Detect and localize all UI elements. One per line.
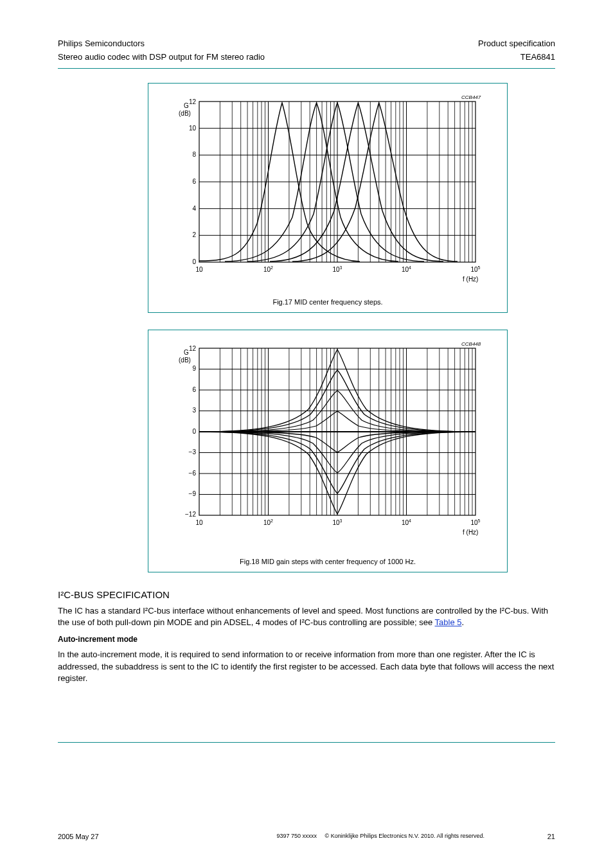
svg-text:3: 3	[192, 407, 196, 414]
svg-text:105: 105	[470, 518, 480, 526]
doc-type: Product specification	[478, 39, 555, 48]
svg-text:(dB): (dB)	[179, 357, 191, 364]
svg-text:10: 10	[189, 125, 197, 132]
figure-17: 0 2 4 6 8 10 12 10 102 103 104 105 G (	[148, 83, 508, 313]
svg-text:2: 2	[192, 231, 196, 238]
figure-17-caption: Fig.17 MID center frequency steps.	[155, 298, 501, 306]
svg-text:6: 6	[192, 386, 196, 393]
product-description: Stereo audio codec with DSP output for F…	[58, 52, 265, 62]
paragraph-2: In the auto-increment mode, it is requir…	[58, 649, 555, 684]
svg-text:8: 8	[192, 151, 196, 158]
footer-copyright: © Koninklijke Philips Electronics N.V. 2…	[325, 833, 484, 839]
fig17-xlabel: f (Hz)	[463, 276, 478, 283]
header-row: Philips Semiconductors Product specifica…	[58, 39, 555, 48]
svg-text:102: 102	[263, 518, 273, 526]
svg-text:103: 103	[332, 518, 342, 526]
section-heading-i2c: I²C-BUS SPECIFICATION	[58, 589, 555, 600]
svg-text:−9: −9	[189, 490, 197, 497]
svg-text:103: 103	[332, 265, 342, 273]
svg-text:12: 12	[189, 98, 197, 105]
svg-text:10: 10	[195, 266, 203, 273]
svg-text:0: 0	[192, 428, 196, 435]
figure-18: −12 −9 −6 −3 0 3 6 9 12 10 102 103 104 1…	[148, 330, 508, 572]
figure-17-chart: 0 2 4 6 8 10 12 10 102 103 104 105 G (	[161, 95, 495, 294]
fig17-ylabel: G	[184, 102, 189, 109]
footer-date: 2005 May 27	[58, 833, 109, 840]
svg-text:102: 102	[263, 265, 273, 273]
svg-text:G: G	[184, 349, 189, 356]
svg-text:−6: −6	[189, 470, 197, 477]
svg-text:6: 6	[192, 178, 196, 185]
company-name: Philips Semiconductors	[58, 39, 145, 48]
footer: 2005 May 27 9397 750 xxxxx © Koninklijke…	[58, 833, 555, 840]
svg-text:10: 10	[195, 519, 203, 526]
subheading-autoincrement: Auto-increment mode	[58, 635, 555, 644]
figure-18-caption: Fig.18 MID gain steps with center freque…	[155, 558, 501, 565]
svg-text:4: 4	[192, 205, 196, 212]
product-row: Stereo audio codec with DSP output for F…	[58, 52, 555, 62]
svg-text:f (Hz): f (Hz)	[463, 529, 478, 536]
table-5-link[interactable]: Table 5	[435, 617, 462, 627]
svg-text:−12: −12	[185, 511, 196, 518]
svg-text:105: 105	[470, 265, 480, 273]
svg-text:104: 104	[402, 265, 411, 273]
footer-path: 9397 750 xxxxx	[277, 833, 317, 839]
figure-18-chart: −12 −9 −6 −3 0 3 6 9 12 10 102 103 104 1…	[161, 342, 495, 554]
svg-text:104: 104	[402, 518, 411, 526]
svg-text:0: 0	[192, 258, 196, 265]
svg-text:9: 9	[192, 365, 196, 372]
svg-text:12: 12	[189, 345, 197, 352]
paragraph-1: The IC has a standard I²C-bus interface …	[58, 605, 555, 628]
footer-rule	[58, 742, 555, 743]
svg-text:−3: −3	[189, 448, 197, 456]
svg-text:(dB): (dB)	[179, 110, 191, 117]
footer-page: 21	[504, 833, 555, 840]
fig18-citation: CCB448	[461, 342, 481, 347]
fig17-citation: CCB447	[461, 95, 481, 100]
header-rule	[58, 68, 555, 69]
part-number: TEA6841	[520, 52, 555, 62]
